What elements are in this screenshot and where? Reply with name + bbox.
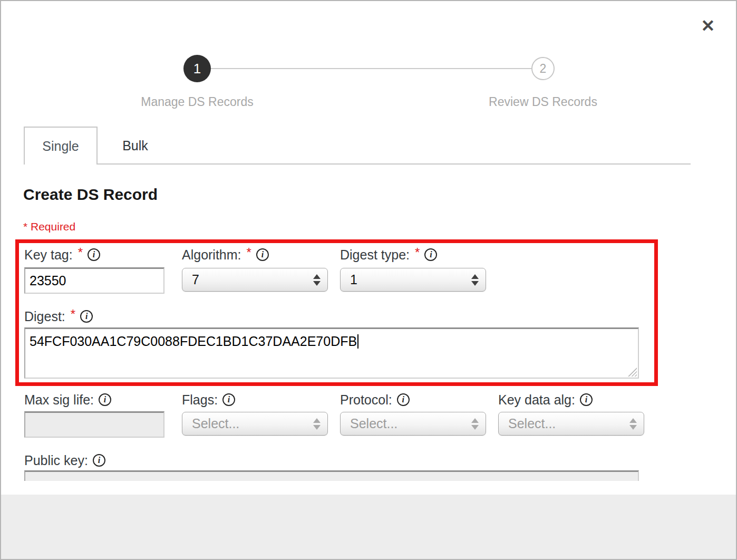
info-icon[interactable] <box>99 393 111 406</box>
required-asterisk: * <box>415 245 420 260</box>
digest-textarea[interactable]: 54FCF030AA1C79C0088FDEC1BD1C37DAA2E70DFB <box>24 327 639 379</box>
resize-handle[interactable] <box>628 368 637 376</box>
select-arrows-icon <box>471 418 479 430</box>
required-asterisk: * <box>247 245 251 260</box>
info-icon[interactable] <box>80 310 93 323</box>
protocol-select[interactable]: Select... <box>340 412 486 436</box>
select-arrows-icon <box>313 274 321 286</box>
flags-label: Flags: <box>182 392 235 408</box>
info-icon[interactable] <box>88 248 100 261</box>
algorithm-select-value: 7 <box>182 272 327 287</box>
info-icon[interactable] <box>397 393 410 406</box>
key-data-alg-label-text: Key data alg: <box>498 392 575 408</box>
max-sig-life-input[interactable] <box>24 411 164 438</box>
tab-bulk[interactable]: Bulk <box>98 127 173 165</box>
key-tag-label: Key tag: * <box>24 247 100 263</box>
digest-type-select-value: 1 <box>341 272 486 287</box>
digest-label: Digest: * <box>24 308 93 324</box>
key-data-alg-select[interactable]: Select... <box>498 412 644 436</box>
flags-label-text: Flags: <box>182 392 218 408</box>
protocol-label-text: Protocol: <box>340 392 392 408</box>
digest-label-text: Digest: <box>24 309 65 324</box>
digest-type-select[interactable]: 1 <box>340 268 486 292</box>
protocol-select-value: Select... <box>341 416 486 431</box>
page-title: Create DS Record <box>23 186 158 204</box>
step-2-indicator: 2 <box>531 57 555 80</box>
max-sig-life-label-text: Max sig life: <box>24 392 94 408</box>
protocol-label: Protocol: <box>340 392 410 408</box>
step-2-label: Review DS Records <box>438 95 648 109</box>
close-icon[interactable]: ✕ <box>696 14 720 38</box>
key-tag-input[interactable] <box>24 267 164 294</box>
info-icon[interactable] <box>93 454 105 467</box>
text-caret <box>357 334 358 349</box>
info-icon[interactable] <box>256 248 269 261</box>
select-arrows-icon <box>629 418 637 430</box>
max-sig-life-label: Max sig life: <box>24 392 111 408</box>
algorithm-select[interactable]: 7 <box>182 268 328 292</box>
flags-select[interactable]: Select... <box>182 412 328 436</box>
step-1-indicator: 1 <box>183 55 211 82</box>
required-asterisk: * <box>78 245 83 260</box>
stepper-connector-line <box>211 68 531 69</box>
modal-footer: Cancel Back Next <box>1 495 736 559</box>
info-icon[interactable] <box>424 248 437 261</box>
key-tag-label-text: Key tag: <box>24 247 73 263</box>
create-ds-record-modal: ✕ 1 2 Manage DS Records Review DS Record… <box>0 0 737 560</box>
info-icon[interactable] <box>222 393 235 406</box>
select-arrows-icon <box>313 418 321 430</box>
public-key-textarea[interactable] <box>24 470 639 481</box>
algorithm-label-text: Algorithm: <box>182 247 241 263</box>
algorithm-label: Algorithm: * <box>182 247 269 263</box>
public-key-label-text: Public key: <box>24 453 88 468</box>
flags-select-value: Select... <box>182 416 327 431</box>
digest-type-label: Digest type: * <box>340 247 437 263</box>
info-icon[interactable] <box>580 393 593 406</box>
digest-value: 54FCF030AA1C79C0088FDEC1BD1C37DAA2E70DFB <box>30 334 357 349</box>
key-data-alg-select-value: Select... <box>499 416 644 431</box>
select-arrows-icon <box>471 274 479 286</box>
required-asterisk: * <box>71 307 75 322</box>
tab-single[interactable]: Single <box>24 127 98 165</box>
public-key-label: Public key: <box>24 452 105 468</box>
key-data-alg-label: Key data alg: <box>498 392 593 408</box>
step-1-label: Manage DS Records <box>92 95 303 109</box>
tab-underline <box>98 163 691 165</box>
digest-type-label-text: Digest type: <box>340 247 410 263</box>
required-note: * Required <box>23 220 75 233</box>
